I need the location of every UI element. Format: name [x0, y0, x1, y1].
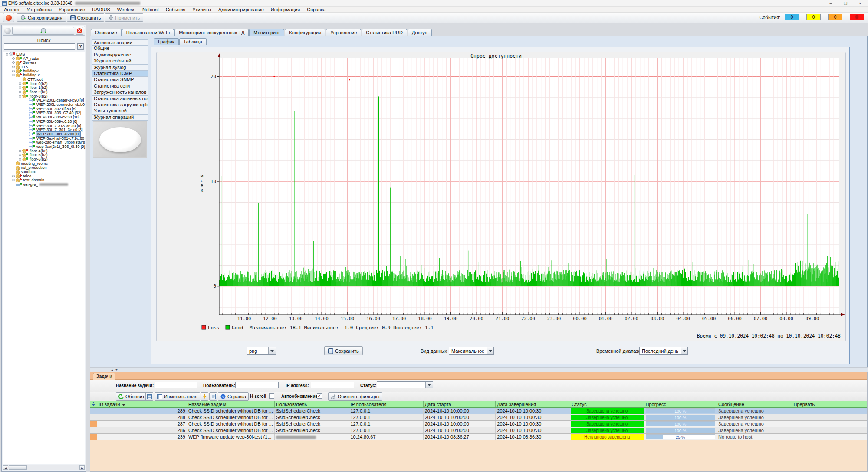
tree-sync-button[interactable] [12, 27, 74, 35]
menu-item-Информация[interactable]: Информация [267, 7, 303, 12]
table-row[interactable]: 288Check SSID scheduler without DB for .… [90, 414, 867, 421]
menu-item-Справка[interactable]: Справка [303, 7, 329, 12]
scroll-right-icon[interactable]: ▶ [79, 465, 85, 470]
chart-save-button[interactable]: Сохранить [324, 346, 363, 355]
tree-node-EMS[interactable]: EMS [3, 52, 85, 56]
maximize-button[interactable]: ❒ [838, 0, 853, 6]
list-view-button[interactable] [145, 392, 153, 401]
minimize-button[interactable]: – [823, 0, 838, 6]
tree-expander-icon[interactable] [12, 179, 15, 181]
close-button[interactable]: × [853, 0, 868, 6]
tab-Доступ[interactable]: Доступ [408, 29, 432, 36]
tree-node-wep-2ac-smart_3floor-stairs-_80-20[interactable]: wep-2ac-smart_3floor(stairs)_80:20 [3, 140, 85, 144]
help-button[interactable]: ? Справка [218, 392, 249, 401]
tree-node-floor-0-b2-[interactable]: floor-0(b2) [3, 82, 85, 86]
submenu-item-Радиоокружение[interactable]: Радиоокружение [92, 52, 148, 58]
tree-node-building-2[interactable]: building-2 [3, 73, 85, 77]
tree-expander-icon[interactable] [19, 95, 21, 98]
tree-node-floor-1-b2-[interactable]: floor-1(b2) [3, 86, 85, 90]
tree-node-WEP-30L-304-c9-50-10-[interactable]: WEP-30L-304-c9:50 [10] [3, 115, 85, 119]
menu-item-RADIUS[interactable]: RADIUS [89, 7, 114, 12]
submenu-item-Статистика загрузки uplink[interactable]: Статистика загрузки uplink [92, 102, 148, 108]
event-counter-warning[interactable]: 0 [806, 14, 821, 20]
tree-node-WEP-3ax-hall-301-c7-9c-80-3-[interactable]: WEP-3ax-hall-301-c7:9c:80 [3] [3, 136, 85, 141]
tree-node-sandbox[interactable]: sandbox [3, 170, 85, 174]
tree-node-WEP-30L-309-c6-10-6-[interactable]: WEP-30L-309-c6:10 [6] [3, 119, 85, 124]
tree-expander-icon[interactable] [6, 53, 8, 56]
task-status-combo[interactable] [377, 381, 433, 388]
column-header-Прогресс[interactable]: Прогресс [644, 401, 717, 408]
submenu-item-Статистика ICMP[interactable]: Статистика ICMP [92, 71, 148, 77]
submenu-item-Активные аварии[interactable]: Активные аварии [92, 39, 148, 46]
tree-node-esr-gre_[interactable]: esr-gre_ [3, 182, 85, 187]
combo-arrow-icon[interactable] [487, 347, 493, 354]
combo-arrow-icon[interactable] [268, 347, 276, 354]
submenu-item-Общие[interactable]: Общие [92, 46, 148, 52]
tab-tasks[interactable]: Задачи [93, 373, 115, 380]
tree-node-WEP-30L-302-df-80-5-[interactable]: WEP-30L-302-df:80 [5] [3, 107, 85, 111]
tab-Управление[interactable]: Управление [326, 29, 361, 36]
column-header-Название задачи[interactable]: Название задачи [187, 401, 274, 408]
tree-node-WEP-200L-center-84-90-8-[interactable]: WEP-200L-center-84:90 [8] [3, 98, 85, 103]
tree-node-wep-3ax-2v1-_306_6f-30-9-[interactable]: wep-3ax(2v1)_306_6f:30 [9] [3, 144, 85, 149]
clear-filters-button[interactable]: Очистить фильтры [328, 392, 382, 401]
tree-node-OTT-root[interactable]: OTT.root [3, 77, 85, 82]
column-header-IP пользователя[interactable]: IP пользователя [349, 401, 423, 408]
event-counter-major[interactable]: 0 [828, 14, 842, 20]
tree-back-button[interactable] [4, 28, 11, 34]
submenu-item-Журнал операций[interactable]: Журнал операций [92, 115, 148, 121]
refresh-button[interactable]: Обновить [116, 392, 150, 401]
tree-node-floor-6-b2-[interactable]: floor-6(b2) [3, 157, 85, 161]
tab-Мониторинг конкурентных ТД[interactable]: Мониторинг конкурентных ТД [174, 29, 249, 36]
table-row[interactable]: 289Check SSID scheduler without DB for .… [90, 408, 867, 414]
menu-item-Netconf[interactable]: Netconf [139, 7, 162, 12]
tree-expander-icon[interactable] [12, 74, 15, 76]
tree-node-AP_radar[interactable]: AP_radar [3, 56, 85, 61]
table-row[interactable]: 286Check SSID scheduler without DB for .… [90, 427, 867, 434]
scroll-thumb[interactable] [9, 465, 27, 470]
tree-close-button[interactable]: ✕ [76, 27, 83, 35]
tree-node-telco[interactable]: telco [3, 174, 85, 178]
tree-expander-icon[interactable] [19, 150, 21, 152]
data-view-combo[interactable]: Максимальное [449, 347, 494, 355]
menu-item-События[interactable]: События [162, 7, 189, 12]
column-header-Прервать[interactable]: Прервать [792, 401, 867, 408]
tree-node-meeting_rooms[interactable]: meeting_rooms [3, 161, 85, 166]
combo-arrow-icon[interactable] [425, 382, 433, 388]
menu-item-Апплет[interactable]: Апплет [0, 7, 23, 12]
tree-node-WEP-30L_301_45-00-0-[interactable]: WEP-30L_301_45:00 [0] [3, 132, 85, 136]
tree-node-WEP-30L-303_C7-40-32-[interactable]: WEP-30L-303_C7:40 [32] [3, 111, 85, 115]
event-counter-critical[interactable]: 0 [850, 14, 864, 20]
tree-expander-icon[interactable] [19, 86, 21, 89]
tree-node-floor-4-b2-[interactable]: floor-4(b2) [3, 149, 85, 153]
tree-expander-icon[interactable] [19, 91, 21, 93]
column-header-Пользователь[interactable]: Пользователь [274, 401, 349, 408]
task-ip-input[interactable] [311, 382, 354, 388]
app-logo-button[interactable] [3, 13, 14, 22]
submenu-item-Статистика активных польз.[interactable]: Статистика активных польз. [92, 96, 148, 102]
apply-button[interactable]: Применить [105, 13, 143, 22]
horizontal-splitter[interactable]: ▲ ▼ [90, 367, 868, 372]
tree-node-floor-2-b2-[interactable]: floor-2(b2) [3, 90, 85, 94]
edit-fields-button[interactable]: Изменить поля [155, 392, 200, 401]
hscroll-checkbox[interactable] [269, 393, 274, 399]
tree-expander-icon[interactable] [12, 61, 15, 64]
search-help-button[interactable]: ? [77, 43, 84, 50]
task-user-input[interactable] [235, 382, 279, 388]
export-format-combo[interactable]: png [247, 347, 276, 355]
tree-expander-icon[interactable] [12, 70, 15, 72]
tree-node-WEP-200L-connector-cb-b0-5-[interactable]: WEP-200L-connector-cb:b0 [5] [3, 102, 85, 107]
menu-item-Администрирование[interactable]: Администрирование [215, 7, 267, 12]
tree-node-WEP-30L-Z-313-3e-a0-0-[interactable]: WEP-30L-Z-313-3e:a0 [0] [3, 124, 85, 128]
tree-horizontal-scrollbar[interactable]: ◀ ▶ [3, 465, 85, 470]
time-range-combo[interactable]: Последний день [639, 347, 688, 355]
submenu-item-Статистика сети[interactable]: Статистика сети [92, 83, 148, 89]
splitter-expand-icon[interactable]: ▲ [111, 368, 114, 371]
submenu-item-Узлы туннелей[interactable]: Узлы туннелей [92, 108, 148, 114]
tab-Описание[interactable]: Описание [91, 29, 122, 36]
table-row[interactable]: 239WEP firmware update wep-30l-test (1..… [90, 434, 867, 440]
tab-Пользователи Wi-Fi[interactable]: Пользователи Wi-Fi [122, 29, 174, 36]
column-header-ID задачи[interactable]: ID задачи [97, 401, 187, 408]
tree-node-not_production[interactable]: not_production [3, 166, 85, 170]
tree-expander-icon[interactable] [19, 158, 21, 161]
